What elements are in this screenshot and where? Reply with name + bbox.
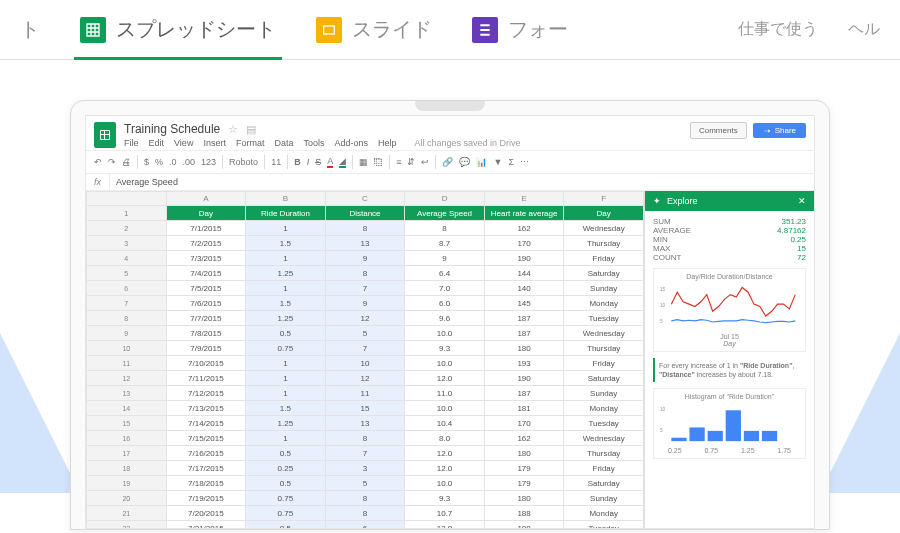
table-row[interactable]: 57/4/20151.2586.4144Saturday [87, 266, 644, 281]
menu-tools[interactable]: Tools [303, 138, 324, 148]
font-select[interactable]: Roboto [229, 157, 258, 167]
tab-forms[interactable]: フォー [472, 0, 568, 59]
table-row[interactable]: 137/12/201511111.0187Sunday [87, 386, 644, 401]
link-help[interactable]: ヘル [848, 19, 880, 40]
share-button[interactable]: Share [753, 123, 806, 138]
explore-histogram[interactable]: Histogram of "Ride Duration" 10 5 0.250.… [653, 388, 806, 459]
italic-button[interactable]: I [307, 157, 310, 167]
font-size-select[interactable]: 11 [271, 157, 281, 167]
tab-sheets[interactable]: スプレッドシート [80, 0, 276, 59]
table-row[interactable]: 227/21/20150.5612.0188Tuesday [87, 521, 644, 529]
print-button[interactable]: 🖨 [122, 157, 131, 167]
table-row[interactable]: 167/15/2015188.0162Wednesday [87, 431, 644, 446]
text-color-button[interactable]: A [327, 156, 333, 168]
summary-stats: SUM351.23AVERAGE4.87162MIN0.25MAX15COUNT… [653, 217, 806, 262]
borders-button[interactable]: ▦ [359, 157, 368, 167]
explore-insight: For every increase of 1 in "Ride Duratio… [653, 358, 806, 382]
menu-insert[interactable]: Insert [203, 138, 226, 148]
menu-data[interactable]: Data [274, 138, 293, 148]
menu-bar: FileEditViewInsertFormatDataToolsAdd-ons… [124, 138, 521, 148]
tab-slides[interactable]: スライド [316, 0, 432, 59]
close-icon[interactable]: ✕ [798, 196, 806, 206]
dec-increase-button[interactable]: .00 [183, 157, 196, 167]
table-row[interactable]: 197/18/20150.5510.0179Saturday [87, 476, 644, 491]
svg-rect-7 [689, 428, 704, 442]
explore-header: ✦ Explore ✕ [645, 191, 814, 211]
product-tabs: ト スプレッドシート スライド フォー 仕事で使う ヘル [0, 0, 900, 60]
link-button[interactable]: 🔗 [442, 157, 453, 167]
explore-panel: ✦ Explore ✕ SUM351.23AVERAGE4.87162MIN0.… [644, 191, 814, 528]
more-button[interactable]: ⋯ [520, 157, 529, 167]
sheets-app: Training Schedule ☆ ▤ FileEditViewInsert… [85, 115, 815, 529]
stat-row: AVERAGE4.87162 [653, 226, 806, 235]
table-row[interactable]: 187/17/20150.25312.0179Friday [87, 461, 644, 476]
functions-button[interactable]: Σ [508, 157, 514, 167]
filter-button[interactable]: ▼ [493, 157, 502, 167]
table-row[interactable]: 107/9/20150.7579.3180Thursday [87, 341, 644, 356]
svg-rect-0 [324, 26, 335, 34]
slides-icon [316, 17, 342, 43]
laptop-frame: Training Schedule ☆ ▤ FileEditViewInsert… [70, 100, 830, 530]
sheets-logo-icon[interactable] [94, 122, 116, 148]
explore-title: Explore [667, 196, 698, 206]
explore-icon: ✦ [653, 196, 661, 206]
strike-button[interactable]: S [315, 157, 321, 167]
percent-button[interactable]: % [155, 157, 163, 167]
tab-label: スライド [352, 16, 432, 43]
halign-button[interactable]: ≡ [396, 157, 401, 167]
table-row[interactable]: 37/2/20151.5138.7170Thursday [87, 236, 644, 251]
table-row[interactable]: 157/14/20151.251310.4170Tuesday [87, 416, 644, 431]
table-row[interactable]: 127/11/201511212.0190Saturday [87, 371, 644, 386]
wrap-button[interactable]: ↩ [421, 157, 429, 167]
folder-icon[interactable]: ▤ [246, 123, 256, 136]
formula-input[interactable]: Average Speed [110, 174, 184, 190]
formula-bar: fx Average Speed [86, 174, 814, 191]
svg-rect-9 [726, 410, 741, 441]
fill-color-button[interactable]: ◢ [339, 156, 346, 168]
stat-row: MAX15 [653, 244, 806, 253]
table-row[interactable]: 177/16/20150.5712.0180Thursday [87, 446, 644, 461]
bold-button[interactable]: B [294, 157, 301, 167]
svg-text:15: 15 [660, 287, 666, 292]
table-row[interactable]: 77/6/20151.596.0145Monday [87, 296, 644, 311]
merge-button[interactable]: ⿻ [374, 157, 383, 167]
table-row[interactable]: 147/13/20151.51510.0181Monday [87, 401, 644, 416]
table-row[interactable]: 207/19/20150.7589.3180Sunday [87, 491, 644, 506]
menu-format[interactable]: Format [236, 138, 265, 148]
table-row[interactable]: 47/3/2015199190Friday [87, 251, 644, 266]
link-business[interactable]: 仕事で使う [738, 19, 818, 40]
menu-file[interactable]: File [124, 138, 139, 148]
histogram-svg: 10 5 [658, 402, 801, 446]
svg-text:5: 5 [660, 428, 663, 433]
chart-button[interactable]: 📊 [476, 157, 487, 167]
menu-help[interactable]: Help [378, 138, 397, 148]
stat-row: SUM351.23 [653, 217, 806, 226]
format-number-button[interactable]: 123 [201, 157, 216, 167]
currency-button[interactable]: $ [144, 157, 149, 167]
menu-view[interactable]: View [174, 138, 193, 148]
chart-xticks: 0.250.751.251.75 [658, 447, 801, 454]
redo-button[interactable]: ↷ [108, 157, 116, 167]
valign-button[interactable]: ⇵ [407, 157, 415, 167]
stat-row: MIN0.25 [653, 235, 806, 244]
spreadsheet-grid[interactable]: ABCDEF1DayRide DurationDistanceAverage S… [86, 191, 644, 528]
undo-button[interactable]: ↶ [94, 157, 102, 167]
menu-edit[interactable]: Edit [149, 138, 165, 148]
comments-button[interactable]: Comments [690, 122, 747, 139]
chart-title: Day/Ride Duration/Distance [658, 273, 801, 280]
explore-line-chart[interactable]: Day/Ride Duration/Distance 15 10 5 Jul 1… [653, 268, 806, 352]
table-row[interactable]: 117/10/201511010.0193Friday [87, 356, 644, 371]
table-row[interactable]: 97/8/20150.5510.0187Wednesday [87, 326, 644, 341]
table-row[interactable]: 217/20/20150.75810.7188Monday [87, 506, 644, 521]
comment-button[interactable]: 💬 [459, 157, 470, 167]
dec-decrease-button[interactable]: .0 [169, 157, 177, 167]
tab-label: フォー [508, 16, 568, 43]
svg-text:5: 5 [660, 319, 663, 324]
table-row[interactable]: 67/5/2015177.0140Sunday [87, 281, 644, 296]
table-row[interactable]: 27/1/2015188162Wednesday [87, 221, 644, 236]
menu-add-ons[interactable]: Add-ons [334, 138, 368, 148]
svg-rect-10 [744, 431, 759, 441]
star-icon[interactable]: ☆ [228, 123, 238, 136]
table-row[interactable]: 87/7/20151.25129.6187Tuesday [87, 311, 644, 326]
document-title[interactable]: Training Schedule [124, 122, 220, 136]
